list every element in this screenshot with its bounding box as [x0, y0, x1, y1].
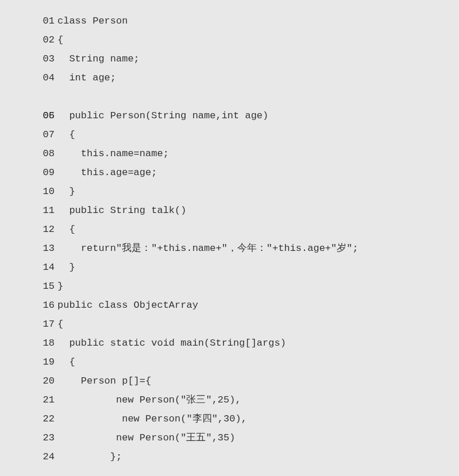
line-number: 01	[37, 11, 55, 30]
code-line: 24 };	[57, 447, 448, 466]
code-line: 16public class ObjectArray	[57, 296, 448, 315]
code-block: 01class Person02{03 String name;04 int a…	[0, 11, 459, 466]
line-number: 23	[37, 428, 55, 447]
code-line: 20 Person p[]={	[57, 371, 448, 390]
code-line: 14 }	[57, 258, 448, 277]
line-content: {	[57, 224, 75, 235]
code-line: 15}	[57, 277, 448, 296]
line-content: }	[57, 186, 75, 197]
line-number: 12	[37, 220, 55, 239]
line-number: 19	[37, 353, 55, 371]
line-content: }	[57, 281, 63, 292]
line-number: 20	[37, 371, 55, 390]
line-number: 11	[37, 201, 55, 220]
code-line: 19 {	[57, 353, 448, 371]
code-line: 22 new Person("李四",30),	[57, 409, 448, 428]
code-line: 12 {	[57, 220, 448, 239]
code-line: 18 public static void main(String[]args)	[57, 334, 448, 353]
line-number: 04	[37, 68, 55, 87]
code-line: 11 public String talk()	[57, 201, 448, 220]
code-line: 04 int age;	[57, 68, 448, 87]
line-number: 15	[37, 277, 55, 296]
line-content: public class ObjectArray	[57, 300, 198, 311]
line-number: 17	[37, 315, 55, 334]
line-content: }	[57, 262, 75, 273]
code-line: 23 new Person("王五",35)	[57, 428, 448, 447]
code-line: 03 String name;	[57, 49, 448, 68]
line-content: };	[57, 451, 122, 462]
line-number: 09	[37, 163, 55, 182]
code-line: 06 public Person(String name,int age)	[57, 106, 448, 125]
line-number: 14	[37, 258, 55, 277]
line-content: new Person("李四",30),	[57, 413, 247, 424]
code-line: 02{	[57, 30, 448, 49]
line-content: this.age=age;	[57, 167, 157, 178]
line-number: 18	[37, 334, 55, 353]
line-content: Person p[]={	[57, 376, 151, 386]
code-line: 01class Person	[57, 11, 448, 30]
line-number: 24	[37, 447, 55, 466]
code-line: 10 }	[57, 182, 448, 201]
line-content: class Person	[57, 16, 128, 26]
code-line	[57, 87, 448, 106]
line-number: 08	[37, 144, 55, 163]
code-line: 17{	[57, 315, 448, 334]
line-content: {	[57, 357, 75, 367]
line-content: new Person("王五",35)	[57, 432, 235, 443]
line-number: 10	[37, 182, 55, 201]
line-number: 02	[37, 30, 55, 49]
line-content: this.name=name;	[57, 148, 169, 159]
code-line: 07 {	[57, 125, 448, 144]
line-number: 16	[37, 296, 55, 315]
line-content: public static void main(String[]args)	[57, 338, 286, 349]
line-content: new Person("张三",25),	[57, 394, 241, 405]
code-line: 21 new Person("张三",25),	[57, 390, 448, 409]
line-content: String name;	[57, 53, 140, 64]
line-content: int age;	[57, 72, 116, 83]
line-content: public Person(String name,int age)	[57, 110, 268, 121]
line-content: public String talk()	[57, 205, 186, 216]
code-line: 08 this.name=name;	[57, 144, 448, 163]
line-content: {	[57, 129, 75, 140]
line-content: return"我是："+this.name+"，今年："+this.age+"岁…	[57, 243, 358, 254]
line-content: {	[57, 319, 63, 330]
line-number: 22	[37, 409, 55, 428]
code-line: 09 this.age=age;	[57, 163, 448, 182]
code-line: 13 return"我是："+this.name+"，今年："+this.age…	[57, 239, 448, 258]
line-content: {	[57, 34, 63, 45]
line-number: 13	[37, 239, 55, 258]
line-number: 06	[37, 106, 55, 125]
line-number: 07	[37, 125, 55, 144]
line-number: 03	[37, 49, 55, 68]
line-number: 21	[37, 390, 55, 409]
